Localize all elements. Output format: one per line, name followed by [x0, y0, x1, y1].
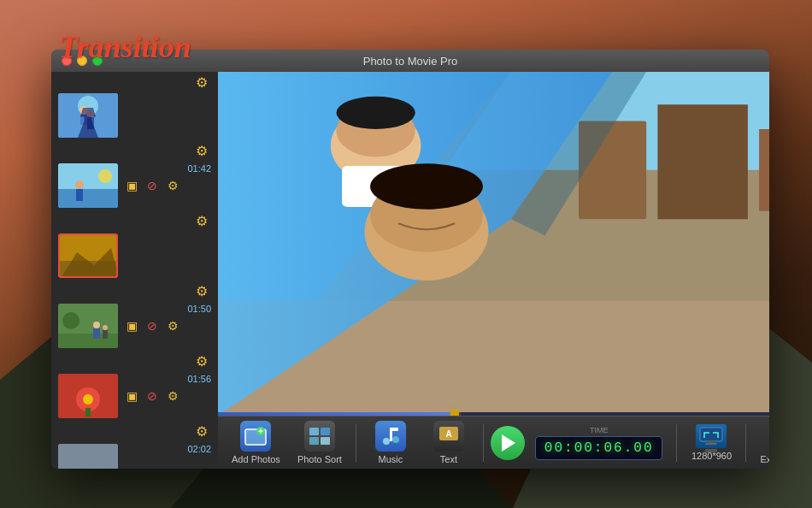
transition-row-5: ⚙ [51, 422, 218, 440]
thumb-item-5[interactable]: ▣ ⊘ ⚙ [51, 370, 218, 422]
svg-point-5 [79, 106, 88, 115]
thumbnail-1 [58, 93, 118, 138]
photo-sort-button[interactable]: Photo Sort [291, 417, 349, 468]
thumbnail-2 [58, 163, 118, 208]
svg-rect-21 [93, 328, 100, 339]
svg-point-11 [98, 169, 112, 183]
thumb-controls-2: ▣ ⊘ ⚙ [123, 177, 181, 194]
music-button[interactable]: Music [363, 417, 418, 468]
photo-sort-label: Photo Sort [297, 454, 342, 464]
svg-point-59 [392, 436, 399, 443]
divider-2 [483, 424, 484, 462]
photo-sort-icon [304, 421, 335, 452]
text-button[interactable]: A Text [421, 417, 476, 468]
svg-rect-28 [58, 444, 118, 469]
video-progress-bar[interactable] [218, 412, 769, 416]
gear-icon-1[interactable]: ⚙ [196, 143, 211, 158]
add-photos-icon [240, 421, 271, 452]
thumb-row-5: 01:56 ▣ ⊘ ⚙ [51, 370, 218, 422]
svg-rect-66 [705, 443, 717, 445]
svg-rect-55 [321, 428, 330, 435]
svg-rect-34 [657, 104, 748, 219]
top-controls: ⚙ [51, 72, 218, 90]
svg-point-7 [87, 110, 94, 117]
music-icon [375, 421, 406, 452]
svg-rect-6 [80, 115, 87, 125]
resolution-button[interactable]: 1280*960 [684, 421, 738, 464]
gear-icon-5[interactable]: ⚙ [164, 387, 181, 405]
thumb-row-3 [51, 230, 218, 281]
thumb-item-1[interactable] [51, 90, 218, 141]
text-icon: A [433, 421, 464, 452]
svg-rect-27 [85, 408, 91, 416]
gear-icon-t3[interactable]: ⚙ [196, 283, 211, 298]
thumb-item-2[interactable]: ▣ ⊘ ⚙ [51, 160, 218, 211]
edit-icon-2[interactable]: ⊘ [144, 177, 161, 194]
gear-icon-2[interactable]: ⚙ [164, 177, 181, 194]
svg-point-58 [383, 438, 390, 445]
gear-icon-t5[interactable]: ⚙ [196, 423, 211, 439]
thumbnail-6 [58, 444, 118, 469]
transition-row-4: ⚙ [51, 351, 218, 370]
thumb-item-3[interactable] [51, 230, 218, 281]
transition-row-3: ⚙ [51, 281, 218, 300]
svg-text:A: A [445, 429, 451, 439]
thumb-item-6[interactable] [51, 440, 218, 469]
window-title: Photo to Movie Pro [363, 55, 458, 68]
frame-icon-2[interactable]: ▣ [123, 177, 140, 194]
svg-rect-8 [87, 117, 94, 129]
export-dvd-button[interactable]: Export DVD [753, 417, 769, 468]
thumbnail-4 [58, 304, 118, 348]
main-content: ⚙ ⚙ [51, 72, 769, 469]
svg-rect-64 [700, 428, 722, 441]
page-curl-svg [218, 72, 769, 416]
timecode-display: 00:00:06.00 [535, 436, 663, 460]
svg-rect-18 [58, 334, 118, 348]
svg-rect-56 [309, 437, 319, 445]
frame-icon-5[interactable]: ▣ [123, 387, 140, 405]
svg-point-20 [93, 322, 100, 328]
edit-icon-4[interactable]: ⊘ [144, 317, 161, 334]
thumb-item-4[interactable]: ▣ ⊘ ⚙ [51, 300, 218, 351]
divider-4 [745, 424, 746, 462]
video-frame [218, 72, 769, 416]
play-icon [502, 434, 515, 452]
svg-rect-54 [309, 428, 319, 435]
divider-1 [356, 424, 356, 462]
svg-rect-10 [58, 189, 118, 208]
resolution-icon [696, 424, 727, 448]
gear-icon-t4[interactable]: ⚙ [196, 353, 211, 369]
thumb-row-2: 01:42 ▣ [51, 160, 218, 211]
video-area: Add Photos Photo Sort [218, 72, 769, 469]
transition-row-2: ⚙ [51, 211, 218, 230]
svg-point-12 [75, 180, 84, 189]
svg-rect-23 [103, 330, 108, 339]
play-button[interactable] [491, 426, 525, 460]
music-label: Music [378, 454, 403, 464]
svg-point-26 [83, 394, 93, 405]
thumbnail-3 [58, 233, 118, 278]
svg-point-19 [62, 312, 79, 329]
gear-icon-4[interactable]: ⚙ [164, 317, 181, 334]
thumbnail-5 [58, 374, 118, 418]
svg-rect-35 [759, 129, 769, 211]
gear-icon-t2[interactable]: ⚙ [196, 213, 211, 228]
svg-point-48 [370, 163, 483, 210]
thumb-controls-4: ▣ ⊘ ⚙ [123, 317, 181, 334]
frame-icon-4[interactable]: ▣ [123, 317, 140, 334]
progress-indicator [450, 410, 459, 416]
svg-rect-57 [321, 437, 330, 445]
sidebar[interactable]: ⚙ ⚙ [51, 72, 218, 469]
add-photos-button[interactable]: Add Photos [225, 417, 287, 468]
svg-rect-61 [390, 428, 398, 431]
bottom-toolbar: Add Photos Photo Sort [218, 416, 769, 469]
transition-label: Transition [59, 29, 191, 65]
transition-row-1: ⚙ [51, 141, 218, 160]
edit-icon-5[interactable]: ⊘ [144, 387, 161, 405]
svg-point-22 [103, 325, 108, 330]
thumb-row-4: 01:50 [51, 300, 218, 351]
svg-point-44 [336, 97, 415, 129]
divider-3 [676, 424, 677, 462]
thumb-controls-5: ▣ ⊘ ⚙ [123, 387, 181, 405]
gear-icon-top[interactable]: ⚙ [196, 74, 211, 90]
